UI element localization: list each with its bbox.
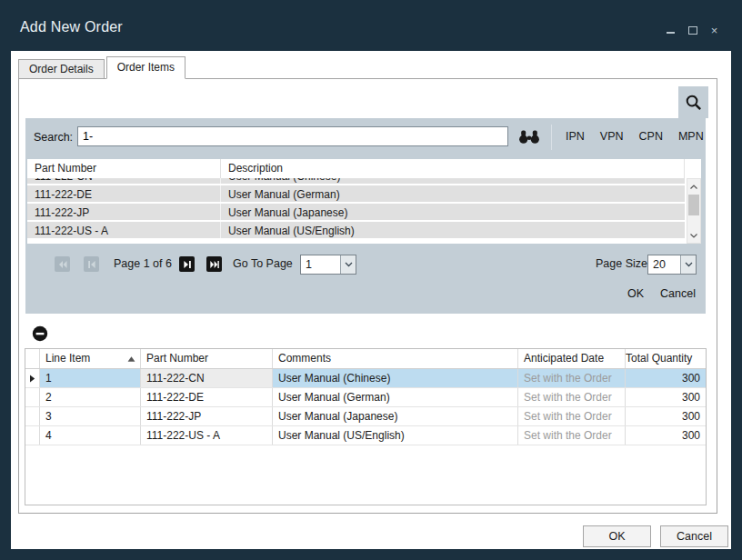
window-controls: × (665, 24, 720, 36)
grid-header-part-number[interactable]: Part Number (141, 349, 273, 368)
filter-vpn[interactable]: VPN (600, 130, 624, 143)
page-size-value: 20 (648, 255, 680, 274)
cell-line-item: 4 (40, 426, 141, 445)
page-size-label: Page Size (596, 257, 647, 270)
maximize-icon (688, 26, 697, 35)
search-label: Search: (34, 131, 73, 144)
cell-line-item: 2 (40, 388, 141, 406)
minimize-button[interactable] (665, 25, 677, 36)
results-row[interactable]: 111-222-CN User Manual (Chinese) (27, 178, 685, 185)
filter-ipn[interactable]: IPN (566, 130, 585, 143)
tab-strip: Order Details Order Items (18, 56, 187, 79)
ok-button[interactable]: OK (583, 525, 651, 547)
search-type-filters: IPN VPN CPN MPN (566, 130, 704, 143)
order-items-grid: Line Item Part Number Comments Anticipat… (25, 348, 707, 505)
row-selected-indicator (25, 369, 40, 387)
search-cancel-link[interactable]: Cancel (660, 287, 696, 300)
results-cell-part-number: 111-222-DE (27, 185, 221, 202)
results-row[interactable]: 111-222-US - A User Manual (US/English) (27, 222, 685, 240)
grid-header-comments[interactable]: Comments (273, 349, 518, 368)
grid-row[interactable]: 4 111-222-US - A User Manual (US/English… (25, 426, 706, 445)
results-scrollbar[interactable] (687, 178, 701, 244)
remove-line-item-button[interactable] (32, 325, 48, 342)
cell-total-quantity: 300 (626, 426, 706, 445)
cell-part-number: 111-222-JP (141, 407, 273, 425)
next-page-button[interactable] (179, 256, 195, 272)
row-indicator (25, 407, 40, 425)
cell-comments: User Manual (German) (273, 388, 518, 406)
grid-header-indicator (25, 349, 40, 368)
search-toggle-button[interactable] (678, 86, 708, 118)
last-page-icon (210, 260, 219, 269)
grid-header-total-quantity[interactable]: Total Quantity (626, 349, 706, 368)
filter-cpn[interactable]: CPN (639, 130, 663, 143)
first-page-icon (58, 260, 67, 269)
sort-ascending-icon (127, 355, 135, 363)
previous-page-button[interactable] (84, 256, 99, 272)
results-cell-part-number: 111-222-JP (27, 204, 221, 220)
results-header-part-number[interactable]: Part Number (27, 159, 221, 178)
filter-mpn[interactable]: MPN (678, 130, 704, 143)
search-icon (684, 93, 703, 112)
go-to-page-select[interactable]: 1 (300, 255, 356, 275)
results-row[interactable]: 111-222-JP User Manual (Japanese) (27, 204, 685, 222)
last-page-button[interactable] (206, 256, 222, 272)
dialog-body: Order Details Order Items Search: (11, 51, 731, 549)
cell-anticipated-date: Set with the Order (518, 426, 626, 445)
cell-anticipated-date: Set with the Order (518, 369, 626, 387)
search-results-table: Part Number Description 111-222-CN User … (27, 159, 701, 244)
row-arrow-icon (29, 375, 35, 383)
find-button[interactable] (517, 129, 541, 145)
window-title: Add New Order (20, 19, 123, 35)
cell-anticipated-date: Set with the Order (518, 407, 626, 425)
results-header-description[interactable]: Description (221, 159, 685, 178)
close-button[interactable]: × (708, 25, 720, 36)
cell-part-number: 111-222-DE (141, 388, 273, 406)
cancel-button[interactable]: Cancel (660, 525, 728, 547)
tab-order-details[interactable]: Order Details (18, 59, 105, 79)
search-panel-actions: OK Cancel (627, 287, 696, 300)
previous-page-icon (87, 260, 96, 269)
page-size-select[interactable]: 20 (647, 255, 697, 275)
grid-header-row: Line Item Part Number Comments Anticipat… (25, 349, 706, 369)
minimize-icon (667, 32, 675, 34)
row-indicator (25, 426, 40, 445)
results-header-filler (685, 159, 701, 178)
order-items-tab-page: Search: IPN VPN CPN MPN (18, 78, 717, 514)
minus-circle-icon (32, 325, 48, 342)
filter-separator (551, 125, 552, 150)
scrollbar-thumb[interactable] (688, 195, 699, 215)
results-cell-description: User Manual (German) (221, 185, 685, 202)
grid-row[interactable]: 1 111-222-CN User Manual (Chinese) Set w… (25, 369, 706, 388)
maximize-button[interactable] (687, 25, 698, 36)
chevron-down-icon (680, 255, 696, 274)
results-rows: 111-222-CN User Manual (Chinese) 111-222… (27, 178, 701, 240)
search-input[interactable] (77, 126, 508, 146)
results-body: 111-222-CN User Manual (Chinese) 111-222… (27, 178, 701, 244)
scroll-up-icon[interactable] (687, 180, 700, 193)
cell-anticipated-date: Set with the Order (518, 388, 626, 406)
cell-comments: User Manual (US/English) (273, 426, 518, 445)
results-cell-description: User Manual (US/English) (221, 222, 685, 238)
grid-row[interactable]: 2 111-222-DE User Manual (German) Set wi… (25, 388, 706, 407)
cell-part-number: 111-222-US - A (141, 426, 273, 445)
cell-total-quantity: 300 (626, 369, 706, 387)
scroll-down-icon[interactable] (687, 229, 700, 242)
page-indicator: Page 1 of 6 (114, 257, 172, 270)
results-cell-description: User Manual (Japanese) (221, 204, 685, 220)
tab-order-items[interactable]: Order Items (106, 56, 186, 79)
grid-header-anticipated-date[interactable]: Anticipated Date (518, 349, 626, 368)
results-row[interactable]: 111-222-DE User Manual (German) (27, 185, 685, 204)
grid-header-line-item-label: Line Item (45, 349, 90, 368)
cell-total-quantity: 300 (626, 407, 706, 425)
results-pager: Page 1 of 6 Go To Page 1 (25, 255, 706, 275)
cell-total-quantity: 300 (626, 388, 706, 406)
grid-header-line-item[interactable]: Line Item (40, 349, 141, 368)
row-indicator (25, 388, 40, 406)
part-search-panel: Search: IPN VPN CPN MPN (25, 118, 706, 314)
go-to-page-value: 1 (301, 255, 340, 274)
search-ok-link[interactable]: OK (627, 287, 644, 300)
grid-row[interactable]: 3 111-222-JP User Manual (Japanese) Set … (25, 407, 706, 426)
results-cell-description: User Manual (Chinese) (221, 178, 685, 184)
first-page-button[interactable] (55, 256, 70, 272)
